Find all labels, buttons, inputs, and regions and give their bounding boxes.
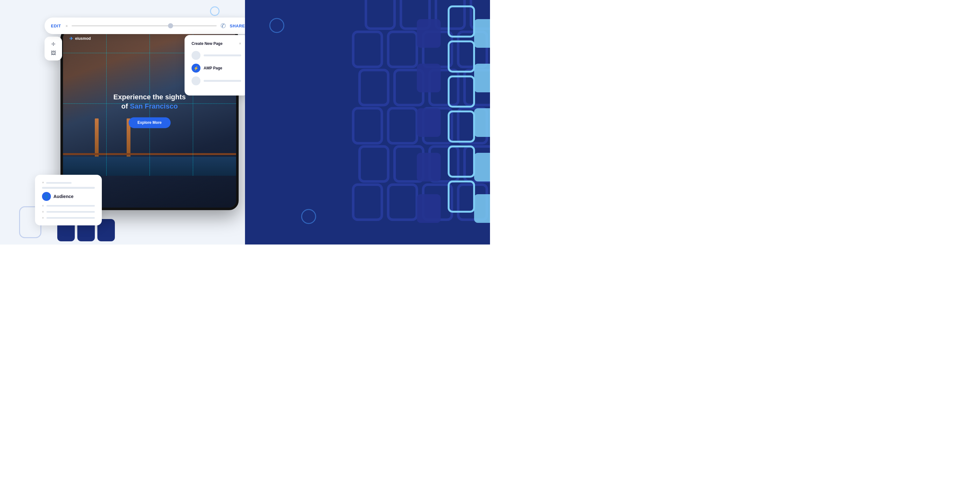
svg-rect-4 [353, 32, 382, 67]
svg-rect-33 [474, 153, 490, 182]
audience-icon: 👤 [42, 192, 51, 201]
audience-label: Audience [54, 194, 73, 199]
svg-rect-5 [388, 32, 417, 67]
svg-rect-12 [353, 108, 382, 143]
svg-rect-13 [388, 108, 417, 143]
bridge-water [63, 157, 236, 176]
svg-rect-31 [474, 64, 490, 92]
option-line-3 [204, 80, 241, 82]
audience-item-1: × [42, 204, 95, 207]
share-button[interactable]: SHARE [230, 24, 245, 28]
svg-rect-32 [474, 108, 490, 137]
option-circle-1 [191, 51, 200, 60]
audience-panel: × 👤 Audience × × × [35, 175, 102, 225]
image-icon[interactable]: 🖼 [49, 50, 57, 56]
amp-page-option[interactable]: ⚡ AMP Page [191, 64, 241, 73]
audience-bar-1 [42, 187, 95, 189]
widget-panel: ✛ 🖼 [45, 37, 62, 61]
item-close-3[interactable]: × [42, 216, 44, 220]
svg-point-41 [302, 209, 316, 223]
amp-icon: ⚡ [191, 64, 200, 73]
bridge-deck [63, 153, 236, 155]
move-icon[interactable]: ✛ [49, 41, 57, 47]
svg-rect-26 [449, 76, 474, 107]
create-page-title: Create New Page [191, 41, 223, 46]
bridge-tower-left [95, 118, 99, 163]
progress-slider[interactable] [72, 25, 217, 26]
top-bar: EDIT × ✆ SHARE [45, 18, 245, 34]
pattern-svg [245, 0, 490, 244]
audience-close-x[interactable]: × [42, 180, 95, 184]
svg-rect-34 [474, 194, 490, 223]
create-page-header: Create New Page × [191, 41, 241, 46]
svg-rect-36 [417, 64, 441, 92]
explore-button[interactable]: Explore More [129, 118, 170, 128]
svg-rect-16 [360, 147, 388, 182]
page-option-3[interactable] [191, 76, 241, 85]
item-close-2[interactable]: × [42, 210, 44, 213]
svg-rect-39 [417, 194, 441, 223]
svg-rect-20 [353, 185, 382, 220]
svg-rect-38 [417, 153, 441, 182]
deco-circle-top [210, 6, 220, 16]
svg-rect-8 [360, 70, 388, 105]
create-page-panel: Create New Page × ⚡ AMP Page [185, 35, 245, 96]
svg-rect-21 [388, 185, 417, 220]
audience-item-2: × [42, 210, 95, 213]
edit-button[interactable]: EDIT [51, 24, 61, 28]
option-line-1 [204, 54, 241, 56]
hero-line1: Experience the sights [113, 93, 186, 102]
right-panel [245, 0, 490, 244]
hero-highlight: San Francisco [130, 102, 178, 110]
left-panel: EDIT × ✆ SHARE ✛ 🖼 [0, 0, 245, 244]
svg-rect-37 [417, 108, 441, 137]
close-icon[interactable]: × [65, 24, 68, 28]
svg-rect-35 [417, 19, 441, 48]
hero-title: Experience the sights of San Francisco [113, 93, 186, 111]
hero-content: Experience the sights of San Francisco E… [113, 93, 186, 128]
phone-icon: ✆ [221, 22, 226, 30]
svg-rect-28 [449, 147, 474, 177]
item-close-1[interactable]: × [42, 204, 44, 207]
svg-rect-0 [366, 0, 395, 29]
svg-point-40 [270, 19, 284, 32]
audience-item-3: × [42, 216, 95, 220]
device-logo: ✈ eiusmod [69, 36, 91, 41]
amp-label: AMP Page [204, 66, 222, 70]
page-option-1[interactable] [191, 51, 241, 60]
brand-name: eiusmod [75, 36, 91, 41]
logo-icon: ✈ [69, 36, 73, 41]
hero-line2: of San Francisco [113, 102, 186, 111]
option-circle-3 [191, 76, 200, 85]
audience-title-row: 👤 Audience [42, 192, 95, 201]
svg-rect-30 [474, 19, 490, 48]
create-page-close-icon[interactable]: × [239, 41, 241, 46]
